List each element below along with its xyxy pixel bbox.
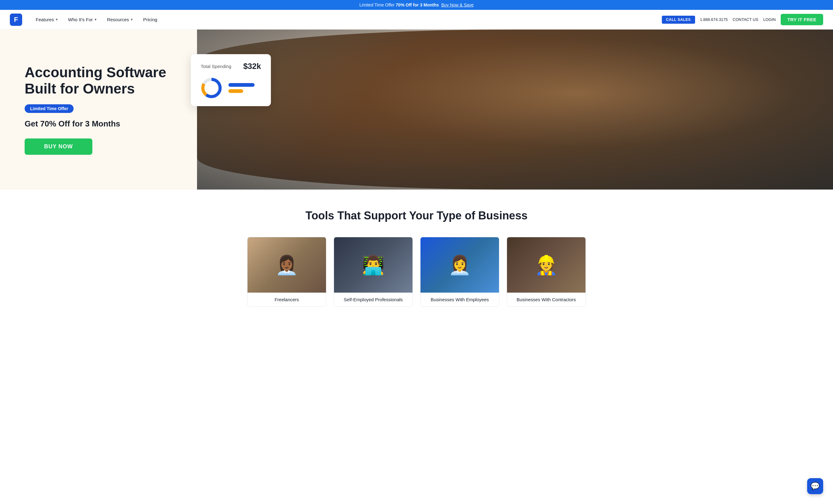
- freelancers-image: [247, 237, 326, 293]
- chevron-down-icon: ▼: [130, 18, 133, 21]
- hero-photo: [197, 29, 833, 190]
- banner-link[interactable]: Buy Now & Save: [441, 2, 473, 7]
- chart-bar-1: [229, 83, 255, 87]
- banner-prefix: Limited Time Offer: [360, 2, 395, 7]
- chart-bar-2: [229, 89, 243, 93]
- try-it-free-button[interactable]: TRY IT FREE: [781, 14, 823, 25]
- donut-chart-icon: [201, 77, 222, 99]
- hero-title: Accounting Software Built for Owners: [25, 64, 178, 97]
- spending-card: Total Spending $32k: [191, 54, 271, 106]
- contractors-label: Businesses With Contractors: [507, 293, 586, 306]
- self-employed-label: Self-Employed Professionals: [334, 293, 412, 306]
- hero-offer: Get 70% Off for 3 Months: [25, 119, 178, 129]
- hero-left: Accounting Software Built for Owners Lim…: [0, 29, 197, 190]
- tools-section: Tools That Support Your Type of Business…: [0, 190, 833, 326]
- nav-right: CALL SALES 1.888.674.3175 CONTACT US LOG…: [662, 14, 823, 25]
- tool-card-self-employed[interactable]: Self-Employed Professionals: [334, 237, 413, 307]
- login-link[interactable]: LOGIN: [763, 17, 776, 22]
- nav-pricing[interactable]: Pricing: [139, 15, 161, 25]
- chevron-down-icon: ▼: [55, 18, 58, 21]
- banner-bold: 70% Off for 3 Months: [396, 2, 439, 7]
- nav-resources[interactable]: Resources ▼: [103, 15, 137, 25]
- logo[interactable]: F: [10, 14, 22, 26]
- self-employed-image: [334, 237, 412, 293]
- tool-card-freelancers[interactable]: Freelancers: [247, 237, 326, 307]
- top-banner: Limited Time Offer 70% Off for 3 Months …: [0, 0, 833, 10]
- hero-right: Total Spending $32k: [197, 29, 833, 190]
- nav-links: Features ▼ Who It's For ▼ Resources ▼ Pr…: [32, 15, 662, 25]
- tools-grid: Freelancers Self-Employed Professionals …: [247, 237, 586, 307]
- contact-us-link[interactable]: CONTACT US: [733, 17, 758, 22]
- nav-who-its-for[interactable]: Who It's For ▼: [64, 15, 101, 25]
- nav-features[interactable]: Features ▼: [32, 15, 62, 25]
- call-sales-button[interactable]: CALL SALES: [662, 16, 695, 24]
- tool-card-employees[interactable]: Businesses With Employees: [420, 237, 499, 307]
- employees-label: Businesses With Employees: [421, 293, 499, 306]
- phone-number: 1.888.674.3175: [700, 17, 728, 22]
- contractors-image: [507, 237, 586, 293]
- spending-amount: $32k: [243, 61, 261, 71]
- navbar: F Features ▼ Who It's For ▼ Resources ▼ …: [0, 10, 833, 29]
- hero-section: Accounting Software Built for Owners Lim…: [0, 29, 833, 190]
- spending-chart: [201, 77, 261, 99]
- tool-card-contractors[interactable]: Businesses With Contractors: [507, 237, 586, 307]
- tools-title: Tools That Support Your Type of Business: [25, 209, 808, 222]
- spending-header: Total Spending $32k: [201, 61, 261, 71]
- spending-label: Total Spending: [201, 64, 231, 69]
- freelancers-label: Freelancers: [247, 293, 326, 306]
- employees-image: [421, 237, 499, 293]
- chart-bars: [229, 83, 261, 93]
- chevron-down-icon: ▼: [94, 18, 97, 21]
- buy-now-button[interactable]: BUY NOW: [25, 138, 92, 155]
- hero-badge: Limited Time Offer: [25, 104, 74, 113]
